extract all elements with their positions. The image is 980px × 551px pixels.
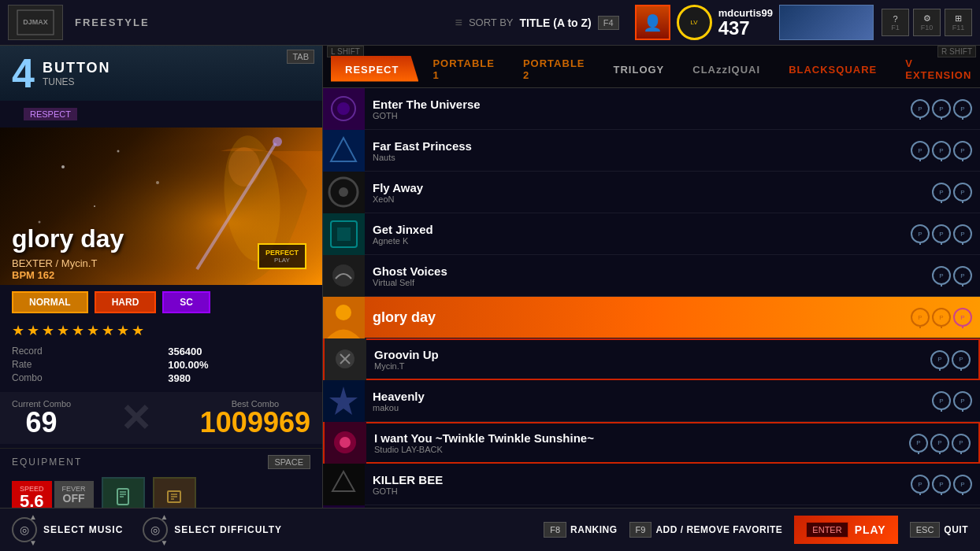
- mode-label: FREESTYLE: [75, 17, 150, 28]
- diff-normal-button[interactable]: NORMAL: [12, 291, 88, 313]
- combo-stat-value: 3980: [168, 372, 310, 384]
- diff-p-23: P: [953, 475, 972, 494]
- f10-button[interactable]: ⚙ F10: [913, 9, 941, 36]
- ranking-button[interactable]: F8 RANKING: [544, 522, 617, 538]
- tabs-row: L SHIFT RESPECT PORTABLE 1 PORTABLE 2 TR…: [323, 46, 980, 88]
- bottom-bar: ◎ ▲ ▼ SELECT MUSIC ◎ ▲ ▼ SELECT DIFFICUL…: [0, 508, 980, 551]
- thumb-art-6: [323, 297, 365, 338]
- diff-icons-10: P P P: [911, 475, 972, 494]
- f9-key: F9: [629, 522, 652, 538]
- f11-button[interactable]: ⊞ F11: [945, 9, 972, 36]
- song-sub-10: GOTH: [373, 486, 903, 496]
- play-button[interactable]: ENTER PLAY: [794, 516, 897, 544]
- button-number: 4: [12, 53, 35, 94]
- stars-row: ★ ★ ★ ★ ★ ★ ★ ★ ★: [0, 320, 322, 342]
- thumb-art-2: [323, 130, 365, 172]
- song-thumb-1: [323, 88, 365, 130]
- diff-p-22: P: [932, 475, 951, 494]
- favorite-button[interactable]: F9 ADD / REMOVE FAVORITE: [629, 522, 783, 538]
- star-7: ★: [102, 322, 114, 339]
- song-name-10: KILLER BEE: [373, 473, 903, 486]
- diff-p-7: P: [932, 183, 951, 202]
- song-name-1: Enter The Universe: [373, 98, 903, 111]
- song-thumb-9: [325, 422, 366, 464]
- best-combo-section: Best Combo 1009969: [200, 399, 310, 437]
- song-item-far-east-princess[interactable]: Far East Princess Nauts P P P: [323, 130, 980, 172]
- button-label: BUTTON: [43, 60, 111, 76]
- svg-point-41: [340, 437, 351, 448]
- song-item-i-want-you[interactable]: I want You ~Twinkle Twinkle Sunshine~ St…: [323, 422, 980, 464]
- enter-key: ENTER: [806, 522, 848, 538]
- select-music-icon-wrap: ◎ ▲ ▼: [12, 517, 37, 542]
- svg-point-7: [39, 221, 41, 224]
- space-badge: SPACE: [268, 455, 310, 469]
- esc-key: ESC: [910, 522, 941, 538]
- song-item-get-jinxed[interactable]: Get Jinxed Agnete K P P P: [323, 213, 980, 255]
- tab-portable1[interactable]: PORTABLE 1: [418, 50, 509, 87]
- record-label: Record: [12, 346, 144, 357]
- song-item-fly-away[interactable]: Fly Away XeoN P P: [323, 172, 980, 213]
- f10-key: F10: [921, 24, 934, 31]
- diff-p-13: P: [953, 266, 972, 285]
- difficulty-buttons: NORMAL HARD SC: [0, 285, 322, 320]
- star-6: ★: [87, 322, 99, 339]
- combo-area: Current Combo 69 ✕ Best Combo 1009969: [0, 392, 322, 444]
- song-item-ghost-voices[interactable]: Ghost Voices Virtual Self P P: [323, 255, 980, 297]
- thumb-art-8: [323, 380, 365, 422]
- bpm-label: BPM: [12, 269, 35, 281]
- arrow-down2-icon: ▼: [160, 538, 168, 547]
- select-music-button[interactable]: ◎ ▲ ▼ SELECT MUSIC: [12, 517, 123, 542]
- f11-key: F11: [952, 24, 965, 31]
- tab-clazziquai[interactable]: CLAzzIQUAI: [678, 56, 774, 82]
- song-bpm: BPM 162: [12, 269, 54, 281]
- diff-p-11: P: [953, 224, 972, 243]
- song-item-heavenly[interactable]: Heavenly makou P P: [323, 380, 980, 422]
- diff-p-17: P: [953, 391, 972, 410]
- song-item-glory-day[interactable]: glory day P P P: [323, 297, 980, 338]
- f1-button[interactable]: ? F1: [882, 9, 909, 36]
- song-thumb-5: [323, 255, 365, 297]
- top-bar: DJMAX FREESTYLE ≡ SORT BY TITLE (A to Z)…: [0, 0, 980, 46]
- tab-trilogy[interactable]: TRILOGY: [600, 56, 679, 82]
- pp-sub: PLAY: [265, 257, 299, 264]
- song-name-9: I want You ~Twinkle Twinkle Sunshine~: [374, 431, 901, 445]
- song-thumb-4: [323, 213, 365, 255]
- select-difficulty-label: SELECT DIFFICULTY: [174, 524, 282, 535]
- star-8: ★: [117, 322, 129, 339]
- diff-p-14: P: [930, 350, 949, 369]
- diff-icons-7: P P: [930, 350, 971, 369]
- song-name-3: Fly Away: [373, 181, 924, 194]
- rshift-badge: R SHIFT: [937, 46, 976, 57]
- note-icon: [162, 485, 186, 508]
- svg-point-11: [273, 137, 282, 146]
- star-9: ★: [132, 322, 144, 339]
- song-thumb-7: [325, 338, 366, 380]
- diff-hard-button[interactable]: HARD: [95, 291, 157, 313]
- left-panel: 4 BUTTON TUNES TAB RESPECT: [0, 46, 323, 508]
- song-name-2: Far East Princess: [373, 139, 903, 153]
- song-info-2: Far East Princess Nauts: [365, 139, 911, 162]
- svg-point-26: [339, 187, 348, 197]
- diff-sc-button[interactable]: SC: [162, 291, 210, 313]
- select-difficulty-icon-wrap: ◎ ▲ ▼: [143, 517, 168, 542]
- current-combo-value: 69: [26, 409, 58, 437]
- fever-value: OFF: [63, 493, 85, 504]
- select-difficulty-button[interactable]: ◎ ▲ ▼ SELECT DIFFICULTY: [143, 517, 282, 542]
- thumb-art-9: [325, 422, 366, 464]
- song-item-groovin-up[interactable]: Groovin Up Mycin.T P P: [323, 338, 980, 380]
- profile-area: 👤 LV mdcurtis99 437: [635, 5, 874, 40]
- f8-key: F8: [544, 522, 566, 538]
- star-1: ★: [12, 322, 24, 339]
- quit-button[interactable]: ESC QUIT: [910, 522, 968, 538]
- song-sub-8: makou: [373, 403, 924, 412]
- song-item-killer-bee[interactable]: KILLER BEE GOTH P P P: [323, 464, 980, 505]
- tab-blacksquare[interactable]: BLACKSQUARE: [774, 56, 891, 82]
- level-ring: LV: [677, 5, 712, 40]
- sort-value[interactable]: TITLE (A to Z): [520, 17, 592, 29]
- song-name-5: Ghost Voices: [373, 264, 924, 278]
- tab-respect[interactable]: RESPECT: [331, 56, 418, 82]
- tab-portable2[interactable]: PORTABLE 2: [509, 50, 600, 87]
- diff-p-5: P: [932, 141, 951, 160]
- song-item-enter-the-universe[interactable]: Enter The Universe GOTH P P P: [323, 88, 980, 130]
- stats-area: Record 356400 Rate 100.00% Combo 3980: [0, 342, 322, 388]
